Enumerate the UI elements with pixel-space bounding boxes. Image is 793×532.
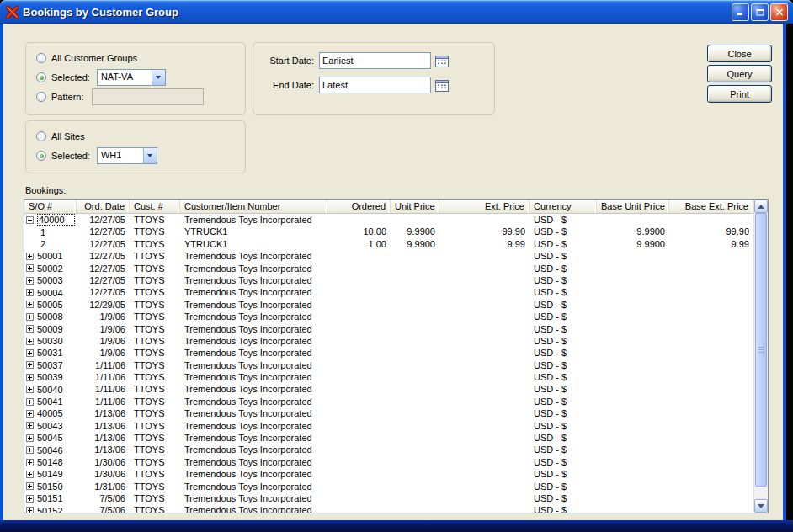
- table-row[interactable]: 501481/30/06TTOYSTremendous Toys Incorpo…: [24, 456, 753, 468]
- table-cell: [327, 274, 391, 286]
- table-row[interactable]: 500311/9/06TTOYSTremendous Toys Incorpor…: [24, 347, 753, 359]
- expand-icon[interactable]: [26, 446, 34, 454]
- expand-icon[interactable]: [26, 374, 34, 381]
- maximize-button[interactable]: [751, 3, 769, 21]
- expand-icon[interactable]: [26, 277, 34, 285]
- close-dialog-button[interactable]: Close: [707, 45, 772, 62]
- table-row[interactable]: 5000212/27/05TTOYSTremendous Toys Incorp…: [24, 263, 753, 274]
- query-button[interactable]: Query: [707, 65, 772, 82]
- column-header[interactable]: Cust. #: [130, 200, 180, 213]
- expand-icon[interactable]: [26, 434, 34, 442]
- column-header[interactable]: S/O #: [24, 200, 77, 213]
- scroll-down-button[interactable]: [754, 499, 768, 513]
- table-row[interactable]: 500301/9/06TTOYSTremendous Toys Incorpor…: [24, 335, 753, 347]
- expand-icon[interactable]: [26, 325, 34, 332]
- table-row[interactable]: 500411/11/06TTOYSTremendous Toys Incorpo…: [24, 396, 753, 407]
- table-cell: [597, 444, 669, 455]
- table-row[interactable]: 500401/11/06TTOYSTremendous Toys Incorpo…: [24, 383, 753, 395]
- site-combobox[interactable]: WH1: [97, 147, 157, 164]
- scroll-track[interactable]: [754, 213, 768, 499]
- table-cell: [327, 456, 391, 468]
- customer-group-combobox[interactable]: NAT-VA: [97, 69, 166, 86]
- pattern-input[interactable]: [92, 88, 204, 105]
- vertical-scrollbar[interactable]: [753, 200, 768, 513]
- expand-icon[interactable]: [26, 338, 34, 345]
- start-date-input[interactable]: [319, 52, 431, 69]
- print-button[interactable]: Print: [707, 85, 772, 103]
- end-date-input[interactable]: [319, 77, 431, 93]
- expand-icon[interactable]: [26, 422, 34, 429]
- expand-icon[interactable]: [26, 410, 34, 418]
- collapse-icon[interactable]: [26, 216, 34, 224]
- table-cell: USD - $: [530, 250, 597, 262]
- expand-icon[interactable]: [26, 313, 34, 321]
- chevron-down-icon[interactable]: [143, 148, 157, 163]
- table-row[interactable]: 112/27/05TTOYSYTRUCK110.009.990099.90USD…: [24, 226, 753, 237]
- table-row[interactable]: 500081/9/06TTOYSTremendous Toys Incorpor…: [24, 311, 753, 322]
- expand-icon[interactable]: [26, 495, 34, 503]
- expand-icon[interactable]: [26, 386, 34, 393]
- expand-icon[interactable]: [26, 459, 34, 466]
- selected-customer-group-radio[interactable]: [36, 72, 46, 82]
- table-cell: Tremendous Toys Incorporated: [180, 444, 327, 455]
- expand-icon[interactable]: [26, 289, 34, 296]
- pattern-radio[interactable]: [36, 92, 46, 102]
- expand-icon[interactable]: [26, 398, 34, 406]
- close-button[interactable]: [770, 3, 788, 21]
- table-row[interactable]: 4000012/27/05TTOYSTremendous Toys Incorp…: [24, 214, 753, 226]
- minimize-button[interactable]: [732, 3, 749, 21]
- titlebar[interactable]: Bookings by Customer Group: [0, 0, 793, 24]
- expand-icon[interactable]: [26, 471, 34, 478]
- expand-icon[interactable]: [26, 507, 34, 513]
- table-row[interactable]: 501491/30/06TTOYSTremendous Toys Incorpo…: [24, 468, 753, 480]
- chevron-down-icon[interactable]: [152, 70, 165, 85]
- column-header[interactable]: Ord. Date: [77, 200, 130, 213]
- table-cell: Tremendous Toys Incorporated: [180, 504, 327, 513]
- all-sites-radio[interactable]: [36, 131, 46, 141]
- table-cell: [439, 323, 530, 335]
- table-row[interactable]: 501517/5/06TTOYSTremendous Toys Incorpor…: [24, 492, 753, 504]
- column-header[interactable]: Base Ext. Price: [669, 200, 753, 213]
- table-row[interactable]: 500391/11/06TTOYSTremendous Toys Incorpo…: [24, 371, 753, 383]
- table-cell: 9.9900: [391, 238, 439, 250]
- table-row[interactable]: 500431/13/06TTOYSTremendous Toys Incorpo…: [24, 420, 753, 432]
- table-row[interactable]: 5000512/29/05TTOYSTremendous Toys Incorp…: [24, 299, 753, 311]
- column-header[interactable]: Currency: [530, 200, 597, 213]
- table-cell: TTOYS: [130, 274, 180, 286]
- expand-icon[interactable]: [26, 253, 34, 260]
- scroll-thumb[interactable]: [755, 213, 767, 487]
- column-header[interactable]: Base Unit Price: [597, 200, 669, 213]
- table-row[interactable]: 500371/11/06TTOYSTremendous Toys Incorpo…: [24, 359, 753, 371]
- site-combobox-value: WH1: [98, 148, 143, 163]
- expand-icon[interactable]: [26, 482, 34, 490]
- expand-icon[interactable]: [26, 361, 34, 369]
- table-row[interactable]: 500451/13/06TTOYSTremendous Toys Incorpo…: [24, 432, 753, 444]
- table-row[interactable]: 501527/5/06TTOYSTremendous Toys Incorpor…: [24, 504, 753, 513]
- expand-icon[interactable]: [26, 301, 34, 308]
- table-row[interactable]: 500461/13/06TTOYSTremendous Toys Incorpo…: [24, 444, 753, 455]
- end-date-calendar-button[interactable]: [434, 77, 450, 93]
- table-row[interactable]: 500091/9/06TTOYSTremendous Toys Incorpor…: [24, 323, 753, 335]
- column-header[interactable]: Customer/Item Number: [180, 200, 327, 213]
- column-header[interactable]: Ext. Price: [439, 200, 530, 213]
- table-row[interactable]: 5000412/27/05TTOYSTremendous Toys Incorp…: [24, 286, 753, 298]
- selected-site-radio[interactable]: [36, 151, 46, 161]
- table-cell: 50148: [24, 456, 77, 468]
- table-row[interactable]: 400051/13/06TTOYSTremendous Toys Incorpo…: [24, 407, 753, 419]
- table-row[interactable]: 5000112/27/05TTOYSTremendous Toys Incorp…: [24, 250, 753, 262]
- scroll-up-button[interactable]: [754, 200, 768, 213]
- table-cell: 50150: [24, 481, 77, 492]
- table-row[interactable]: 212/27/05TTOYSYTRUCK11.009.99009.99USD -…: [24, 238, 753, 250]
- column-header[interactable]: Ordered: [327, 200, 391, 213]
- column-header[interactable]: Unit Price: [391, 200, 439, 213]
- table-row[interactable]: 5000312/27/05TTOYSTremendous Toys Incorp…: [24, 274, 753, 286]
- expand-icon[interactable]: [26, 264, 34, 272]
- table-cell: 50005: [24, 299, 77, 311]
- table-cell: [669, 274, 753, 286]
- table-cell: [327, 263, 391, 274]
- start-date-calendar-button[interactable]: [434, 52, 450, 69]
- table-cell: Tremendous Toys Incorporated: [180, 432, 327, 444]
- table-row[interactable]: 501501/31/06TTOYSTremendous Toys Incorpo…: [24, 481, 753, 492]
- all-customer-groups-radio[interactable]: [36, 53, 46, 63]
- expand-icon[interactable]: [26, 349, 34, 357]
